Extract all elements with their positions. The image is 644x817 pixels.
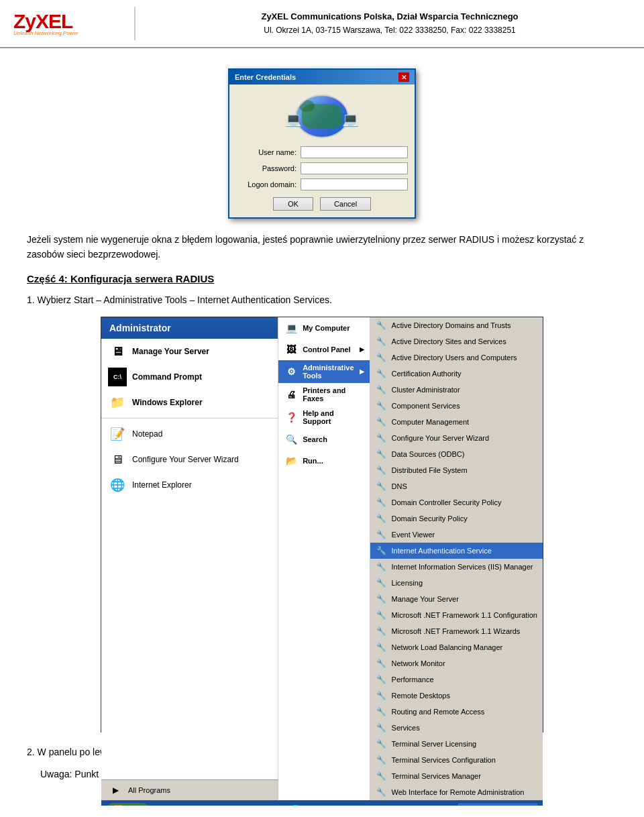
config-wizard-label: Configure Your Server Wizard [132, 455, 239, 464]
dotnet-config-label: Microsoft .NET Framework 1.1 Configurati… [392, 611, 537, 619]
data-sources-icon: 🔧 [376, 448, 388, 460]
sm-dfs[interactable]: 🔧 Distributed File System [370, 462, 543, 478]
net-monitor-icon: 🔧 [376, 657, 388, 669]
sm-computer-mgmt[interactable]: 🔧 Computer Management [370, 414, 543, 430]
ts-licensing-label: Terminal Server Licensing [392, 740, 477, 748]
data-sources-label: Data Sources (ODBC) [392, 450, 465, 458]
credentials-dialog: Enter Credentials ✕ 💻 💻 [228, 68, 416, 219]
cluster-icon: 🔧 [376, 384, 388, 396]
taskbar-label[interactable]: Manage Your Server [458, 804, 537, 806]
sm-domain-security[interactable]: 🔧 Domain Security Policy [370, 510, 543, 527]
sm-remote-desktops[interactable]: 🔧 Remote Desktops [370, 688, 543, 704]
ok-button[interactable]: OK [273, 197, 313, 211]
username-label: User name: [236, 148, 297, 156]
start-button[interactable]: 🪟 Start [107, 803, 149, 806]
sm-all-programs-item[interactable]: ▶ All Programs [101, 780, 278, 800]
sm-web-interface[interactable]: 🔧 Web Interface for Remote Administratio… [370, 784, 543, 800]
sm-ie[interactable]: 🌐 Internet Explorer [101, 472, 278, 498]
cmd-label: Command Prompt [132, 372, 202, 382]
sm-dotnet-config[interactable]: 🔧 Microsoft .NET Framework 1.1 Configura… [370, 607, 543, 623]
ts-config-label: Terminal Services Configuration [392, 756, 496, 764]
sm-pinned-explorer[interactable]: 📁 Windows Explorer [101, 390, 278, 415]
sm-ts-manager[interactable]: 🔧 Terminal Services Manager [370, 768, 543, 784]
domain-security-icon: 🔧 [376, 512, 388, 525]
sm-event-viewer[interactable]: 🔧 Event Viewer [370, 527, 543, 543]
config-wizard-right-icon: 🔧 [376, 432, 388, 444]
net-monitor-label: Network Monitor [392, 659, 445, 667]
sm-ts-licensing[interactable]: 🔧 Terminal Server Licensing [370, 736, 543, 752]
sm-admin-tools[interactable]: ⚙ Administrative Tools ▶ [278, 360, 369, 383]
cert-auth-label: Certification Authority [392, 370, 462, 378]
sm-data-sources[interactable]: 🔧 Data Sources (ODBC) [370, 446, 543, 462]
sm-help[interactable]: ❓ Help and Support [278, 406, 369, 429]
sm-ts-config[interactable]: 🔧 Terminal Services Configuration [370, 752, 543, 768]
sm-iis[interactable]: 🔧 Internet Information Services (IIS) Ma… [370, 559, 543, 575]
ad-domains-label: Active Directory Domains and Trusts [392, 321, 511, 329]
event-viewer-icon: 🔧 [376, 529, 388, 541]
password-label: Password: [236, 164, 297, 172]
event-viewer-label: Event Viewer [392, 531, 435, 539]
sm-licensing[interactable]: 🔧 Licensing [370, 575, 543, 591]
run-icon: 📂 [284, 453, 299, 468]
section4-heading: Część 4: Konfiguracja serwera RADIUS [27, 273, 617, 284]
config-wizard-right-label: Configure Your Server Wizard [392, 434, 490, 442]
sm-pinned-cmd[interactable]: C:\ Command Prompt [101, 364, 278, 390]
sm-manage-server-right[interactable]: 🔧 Manage Your Server [370, 591, 543, 607]
printers-label: Printers and Faxes [303, 386, 364, 402]
sm-my-computer[interactable]: 💻 My Computer [278, 317, 369, 339]
sm-performance[interactable]: 🔧 Performance [370, 671, 543, 688]
performance-label: Performance [392, 675, 434, 684]
ts-manager-icon: 🔧 [376, 770, 388, 782]
ad-domains-icon: 🔧 [376, 319, 388, 331]
sm-nlb[interactable]: 🔧 Network Load Balancing Manager [370, 639, 543, 655]
username-input[interactable] [301, 146, 408, 158]
sm-net-monitor[interactable]: 🔧 Network Monitor [370, 655, 543, 671]
ts-licensing-icon: 🔧 [376, 738, 388, 750]
sm-services[interactable]: 🔧 Services [370, 720, 543, 736]
licensing-icon: 🔧 [376, 577, 388, 589]
sm-config-wizard[interactable]: 🖥 Configure Your Server Wizard [101, 447, 278, 472]
sm-dotnet-wizards[interactable]: 🔧 Microsoft .NET Framework 1.1 Wizards [370, 623, 543, 639]
sm-cert-auth[interactable]: 🔧 Certification Authority [370, 366, 543, 382]
sm-left-panel: Administrator 🖥 Manage Your Server C:\ C… [101, 317, 278, 800]
username-row: User name: [236, 146, 408, 158]
dotnet-wizards-icon: 🔧 [376, 625, 388, 637]
dialog-close-button[interactable]: ✕ [398, 72, 409, 82]
sm-middle-panel: 💻 My Computer 🖼 Control Panel ▶ ⚙ Admini… [278, 317, 370, 800]
sm-config-wizard-right[interactable]: 🔧 Configure Your Server Wizard [370, 430, 543, 446]
cluster-label: Cluster Administrator [392, 386, 460, 394]
cancel-button[interactable]: Cancel [320, 197, 371, 211]
sm-pinned-manage-server[interactable]: 🖥 Manage Your Server [101, 339, 278, 364]
password-input[interactable] [301, 162, 408, 174]
sm-ad-users[interactable]: 🔧 Active Directory Users and Computers [370, 349, 543, 366]
dialog-button-row: OK Cancel [236, 197, 408, 211]
start-menu: Administrator 🖥 Manage Your Server C:\ C… [101, 317, 543, 800]
sm-printers[interactable]: 🖨 Printers and Faxes [278, 383, 369, 406]
sm-dc-security[interactable]: 🔧 Domain Controller Security Policy [370, 494, 543, 510]
computer-mgmt-label: Computer Management [392, 418, 470, 426]
sm-control-panel[interactable]: 🖼 Control Panel ▶ [278, 339, 369, 360]
manage-server-right-icon: 🔧 [376, 593, 388, 605]
my-computer-label: My Computer [303, 324, 350, 332]
header-info: ZyXEL Communications Polska, Dział Wspar… [149, 10, 631, 37]
dotnet-wizards-label: Microsoft .NET Framework 1.1 Wizards [392, 627, 521, 635]
sm-routing[interactable]: 🔧 Routing and Remote Access [370, 704, 543, 720]
dfs-icon: 🔧 [376, 464, 388, 476]
sm-component[interactable]: 🔧 Component Services [370, 398, 543, 414]
taskbar-icons: 🌐 📂 [290, 804, 317, 806]
taskbar: 🪟 Start 🌐 📂 Manage Your Server [101, 800, 543, 806]
sm-ad-sites[interactable]: 🔧 Active Directory Sites and Services [370, 333, 543, 349]
sm-run[interactable]: 📂 Run... [278, 450, 369, 472]
dialog-body: 💻 💻 User name: Password: Logon domain: [229, 85, 415, 217]
ad-users-icon: 🔧 [376, 351, 388, 364]
sm-cluster[interactable]: 🔧 Cluster Administrator [370, 382, 543, 398]
nlb-label: Network Load Balancing Manager [392, 643, 503, 651]
web-interface-icon: 🔧 [376, 786, 388, 798]
explorer-icon: 📁 [108, 393, 127, 412]
sm-search[interactable]: 🔍 Search [278, 429, 369, 450]
sm-ad-domains[interactable]: 🔧 Active Directory Domains and Trusts [370, 317, 543, 333]
sm-ias[interactable]: 🔧 Internet Authentication Service [370, 543, 543, 559]
sm-notepad[interactable]: 📝 Notepad [101, 421, 278, 447]
sm-dns[interactable]: 🔧 DNS [370, 478, 543, 494]
domain-input[interactable] [301, 178, 408, 190]
